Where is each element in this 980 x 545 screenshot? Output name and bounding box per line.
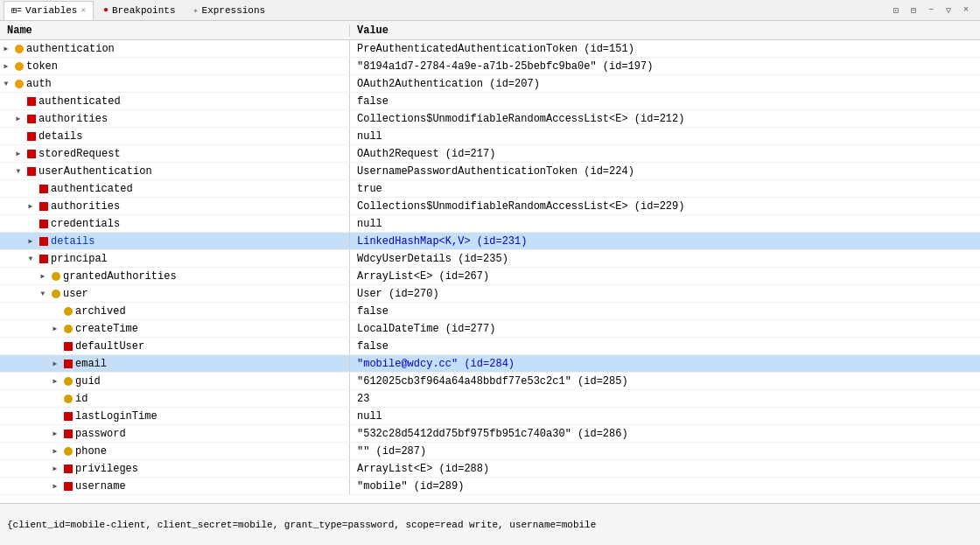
table-row[interactable]: lastLoginTimenull	[0, 408, 980, 425]
table-row[interactable]: ▼authOAuth2Authentication (id=207)	[0, 75, 980, 93]
expander-icon[interactable]: ▶	[49, 480, 61, 493]
var-value-label: "8194a1d7-2784-4a9e-a71b-25bebfc9ba0e" (…	[350, 60, 980, 73]
expander-icon[interactable]: ▶	[24, 200, 37, 213]
var-name-label: id	[75, 393, 88, 405]
tab-variables[interactable]: ⊞= Variables ✕	[4, 1, 94, 20]
table-row[interactable]: detailsnull	[0, 128, 980, 145]
var-name-label: userAuthentication	[38, 165, 152, 178]
name-cell: ▶password	[0, 425, 350, 442]
variables-icon: ⊞=	[11, 5, 22, 16]
table-row[interactable]: ▶guid"612025cb3f964a64a48bbdf77e53c2c1" …	[0, 373, 980, 390]
var-value-label: PreAuthenticatedAuthenticationToken (id=…	[350, 43, 980, 55]
table-row[interactable]: ▶authoritiesCollections$UnmodifiableRand…	[0, 110, 980, 128]
table-row[interactable]: ▶email"mobile@wdcy.cc" (id=284)	[0, 355, 980, 373]
var-icon	[64, 412, 73, 421]
table-row[interactable]: ▼userUser (id=270)	[0, 285, 980, 303]
var-icon	[52, 272, 60, 281]
var-value-label: "mobile@wdcy.cc" (id=284)	[350, 358, 980, 370]
expander-icon[interactable]: ▶	[49, 323, 61, 335]
table-row[interactable]: ▶username"mobile" (id=289)	[0, 478, 980, 495]
var-value-label: "mobile" (id=289)	[350, 480, 980, 493]
var-icon	[15, 80, 24, 88]
expander-icon[interactable]: ▶	[49, 428, 61, 440]
tab-bar: ⊞= Variables ✕ ● Breakpoints ✦ Expressio…	[0, 0, 980, 21]
table-row[interactable]: ▶phone"" (id=287)	[0, 443, 980, 460]
close-button[interactable]: ×	[959, 3, 973, 17]
name-cell: ▶storedRequest	[0, 145, 350, 162]
table-row[interactable]: id23	[0, 390, 980, 408]
var-value-label: Collections$UnmodifiableRandomAccessList…	[350, 200, 980, 213]
table-row[interactable]: authenticatedfalse	[0, 93, 980, 110]
expander-icon[interactable]: ▶	[0, 60, 12, 73]
expander-icon[interactable]: ▶	[24, 235, 37, 248]
var-icon	[15, 62, 24, 71]
name-cell: ▶privileges	[0, 460, 350, 477]
header-value: Value	[350, 24, 388, 37]
name-cell: ▶username	[0, 478, 350, 494]
expand-button[interactable]: ▽	[942, 3, 956, 17]
var-icon	[64, 395, 73, 403]
table-row[interactable]: ▼userAuthenticationUsernamePasswordAuthe…	[0, 163, 980, 180]
var-value-label: UsernamePasswordAuthenticationToken (id=…	[350, 165, 980, 178]
var-name-label: password	[75, 428, 126, 440]
name-cell: ▶authorities	[0, 110, 350, 127]
expander-icon[interactable]: ▶	[12, 148, 24, 160]
var-name-label: principal	[51, 253, 108, 265]
restore-button[interactable]: ⊡	[889, 3, 903, 17]
var-value-label: null	[350, 130, 980, 143]
table-row[interactable]: ▶detailsLinkedHashMap<K,V> (id=231)	[0, 233, 980, 250]
expander-icon[interactable]: ▼	[12, 165, 24, 178]
name-cell: ▶email	[0, 355, 350, 372]
table-row[interactable]: ▶password"532c28d5412dd75bf975fb951c740a…	[0, 425, 980, 443]
var-icon	[64, 430, 73, 438]
table-row[interactable]: ▶createTimeLocalDateTime (id=277)	[0, 320, 980, 338]
table-row[interactable]: ▶token"8194a1d7-2784-4a9e-a71b-25bebfc9b…	[0, 58, 980, 75]
var-icon	[15, 45, 24, 53]
expander-icon[interactable]: ▶	[37, 270, 49, 283]
var-name-label: details	[51, 235, 94, 248]
tab-breakpoints[interactable]: ● Breakpoints	[95, 1, 184, 20]
tab-variables-label: Variables	[25, 5, 77, 16]
expander-icon[interactable]: ▶	[12, 113, 24, 125]
var-icon	[64, 342, 73, 351]
name-cell: defaultUser	[0, 338, 350, 354]
table-row[interactable]: ▶authenticationPreAuthenticatedAuthentic…	[0, 40, 980, 58]
expander-icon[interactable]: ▶	[49, 375, 61, 388]
name-cell: ▶grantedAuthorities	[0, 268, 350, 284]
var-value-label: true	[350, 183, 980, 195]
expander-icon[interactable]: ▼	[0, 78, 12, 90]
tab-breakpoints-label: Breakpoints	[112, 5, 176, 16]
bottom-text: {client_id=mobile-client, client_secret=…	[7, 520, 596, 530]
name-cell: authenticated	[0, 93, 350, 109]
table-header: Name Value	[0, 21, 980, 40]
var-name-label: authentication	[26, 43, 115, 55]
var-icon	[39, 185, 48, 193]
table-row[interactable]: credentialsnull	[0, 215, 980, 233]
var-value-label: "612025cb3f964a64a48bbdf77e53c2c1" (id=2…	[350, 375, 980, 388]
var-value-label: Collections$UnmodifiableRandomAccessList…	[350, 113, 980, 125]
table-row[interactable]: ▶grantedAuthoritiesArrayList<E> (id=267)	[0, 268, 980, 285]
expander-icon[interactable]: ▶	[49, 445, 61, 458]
table-row[interactable]: ▶privilegesArrayList<E> (id=288)	[0, 460, 980, 478]
layout-button[interactable]: ⊟	[906, 3, 920, 17]
table-row[interactable]: ▼principalWdcyUserDetails (id=235)	[0, 250, 980, 268]
toolbar-right: ⊡ ⊟ − ▽ ×	[889, 3, 976, 17]
expander-icon[interactable]: ▼	[24, 253, 37, 265]
table-row[interactable]: ▶authoritiesCollections$UnmodifiableRand…	[0, 198, 980, 215]
tab-variables-close[interactable]: ✕	[80, 5, 85, 15]
expander-icon[interactable]: ▶	[0, 43, 12, 55]
var-icon	[27, 150, 36, 158]
variables-table: ▶authenticationPreAuthenticatedAuthentic…	[0, 40, 980, 503]
expander-icon[interactable]: ▼	[37, 288, 49, 300]
table-row[interactable]: ▶storedRequestOAuth2Request (id=217)	[0, 145, 980, 163]
table-row[interactable]: defaultUserfalse	[0, 338, 980, 355]
table-row[interactable]: authenticatedtrue	[0, 180, 980, 198]
expander-icon[interactable]: ▶	[49, 358, 61, 370]
tab-expressions[interactable]: ✦ Expressions	[186, 1, 274, 20]
name-cell: ▶createTime	[0, 320, 350, 337]
var-icon	[39, 202, 48, 211]
expander-icon[interactable]: ▶	[49, 463, 61, 475]
minimize-button[interactable]: −	[924, 3, 938, 17]
var-icon	[64, 482, 73, 491]
table-row[interactable]: archivedfalse	[0, 303, 980, 320]
